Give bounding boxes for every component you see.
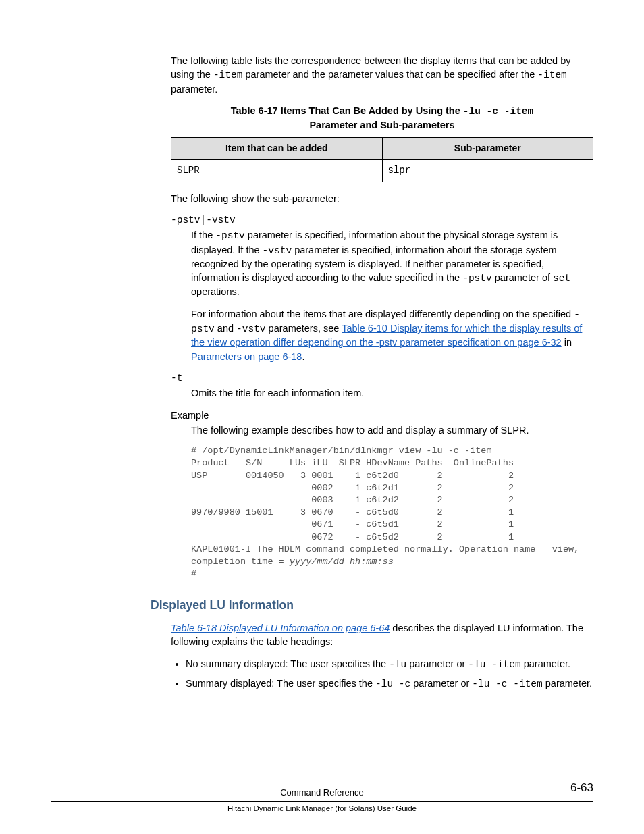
pstv-desc-2: For information about the items that are… — [191, 307, 593, 363]
table-cell-sub: slpr — [382, 160, 593, 182]
b2c2: -lu -c -item — [472, 679, 542, 689]
footer-line-1: Command Reference — [51, 787, 593, 802]
displayed-lu-bullets: No summary displayed: The user specifies… — [171, 657, 593, 692]
t-option-desc: Omits the title for each information ite… — [191, 386, 593, 400]
t-option-label: -t — [171, 371, 593, 385]
link-table-6-18[interactable]: Table 6-18 Displayed LU Information on p… — [171, 623, 390, 633]
b1c1: -lu — [389, 659, 406, 670]
b1c2: -lu -item — [468, 659, 520, 670]
list-item: Summary displayed: The user specifies th… — [186, 677, 593, 691]
b2b: parameter or — [410, 678, 472, 689]
pstv-p1a: If the — [191, 230, 215, 240]
example-pre-a: # /opt/DynamicLinkManager/bin/dlnkmgr vi… — [191, 446, 579, 567]
example-output: # /opt/DynamicLinkManager/bin/dlnkmgr vi… — [191, 445, 593, 580]
table-cell-item: SLPR — [171, 160, 383, 182]
b1c: parameter. — [521, 658, 570, 669]
intro-text-c: parameter. — [171, 84, 217, 95]
b2a: Summary displayed: The user specifies th… — [186, 678, 375, 689]
pstv-c1: -pstv — [215, 230, 245, 241]
pstv-desc-1: If the -pstv parameter is specified, inf… — [191, 228, 593, 298]
list-item: No summary displayed: The user specifies… — [186, 657, 593, 671]
pstv-p2c: parameters, see — [266, 323, 342, 334]
pstv-c3: -pstv — [462, 273, 492, 284]
pstv-c4: set — [553, 273, 570, 284]
b2c: parameter. — [543, 678, 592, 689]
displayed-lu-heading: Displayed LU information — [151, 597, 593, 614]
footer-line-2: Hitachi Dynamic Link Manager (for Solari… — [51, 802, 593, 814]
example-pre-italic: yyyy/mm/dd hh:mm:ss — [290, 556, 394, 567]
page-number: 6-63 — [570, 780, 593, 796]
pstv-p2a: For information about the items that are… — [191, 309, 574, 319]
table-6-17: Item that can be added Sub-parameter SLP… — [171, 137, 593, 182]
caption-text-b: Parameter and Sub-parameters — [309, 120, 454, 130]
subparam-intro: The following show the sub-parameter: — [171, 192, 593, 205]
intro-paragraph: The following table lists the correspond… — [171, 54, 593, 96]
intro-code-1: -item — [213, 70, 243, 80]
pstv-p2d: in — [562, 337, 572, 348]
example-desc: The following example describes how to a… — [191, 423, 593, 437]
pstv-p2e: . — [302, 351, 304, 362]
pstv-c2: -vstv — [263, 245, 292, 256]
displayed-lu-intro: Table 6-18 Displayed LU Information on p… — [171, 621, 593, 649]
pstv-p2b: and — [215, 323, 236, 334]
pstv-p1e: operations. — [191, 286, 240, 297]
link-parameters-6-18[interactable]: Parameters on page 6-18 — [191, 351, 302, 362]
caption-code: -lu -c -item — [463, 106, 533, 117]
table-row: SLPR slpr — [171, 160, 593, 182]
table-header-sub: Sub-parameter — [382, 138, 593, 160]
b2c1: -lu -c — [375, 679, 410, 689]
example-label: Example — [171, 409, 593, 422]
pstv-p1d: parameter of — [492, 272, 553, 283]
b1a: No summary displayed: The user specifies… — [186, 658, 389, 669]
caption-text-a: Table 6-17 Items That Can Be Added by Us… — [231, 105, 463, 116]
pstv-p2c2: -vstv — [236, 323, 266, 334]
example-pre-b: # — [191, 569, 196, 579]
pstv-vstv-label: -pstv|-vstv — [171, 213, 593, 227]
table-6-17-caption: Table 6-17 Items That Can Be Added by Us… — [171, 104, 593, 132]
intro-code-2: -item — [537, 70, 567, 80]
intro-text-b: parameter and the parameter values that … — [242, 69, 537, 80]
page-footer: 6-63 Command Reference Hitachi Dynamic L… — [51, 787, 593, 814]
b1b: parameter or — [406, 658, 468, 669]
table-header-item: Item that can be added — [171, 138, 383, 160]
